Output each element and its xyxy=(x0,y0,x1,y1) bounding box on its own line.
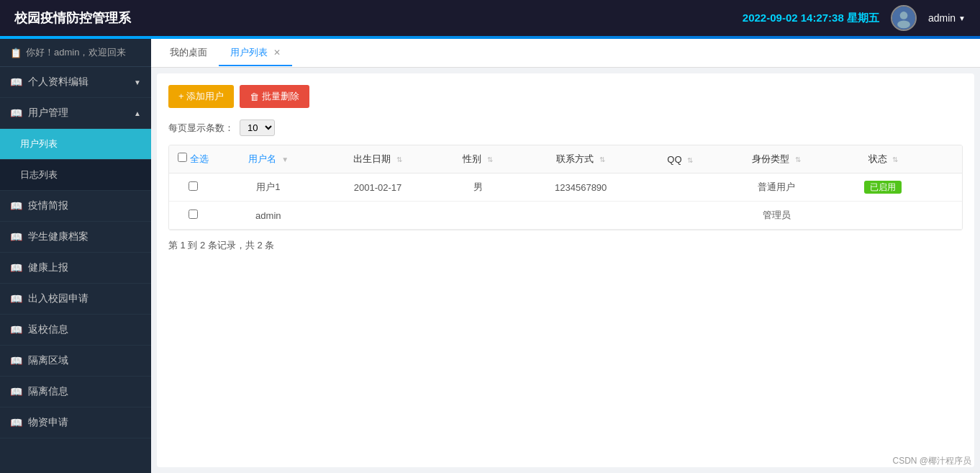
svg-point-2 xyxy=(897,21,910,29)
book-icon-exit-apply: 📖 xyxy=(10,293,22,305)
sort-icon-qq: ⇅ xyxy=(687,156,693,164)
chevron-down-icon-personal: ▼ xyxy=(134,78,141,86)
sidebar-item-user-list[interactable]: 用户列表 xyxy=(0,129,151,160)
table-header-gender[interactable]: 性别 ⇅ xyxy=(436,145,520,174)
cell-identity: 管理员 xyxy=(718,202,835,230)
table-header-action xyxy=(932,145,962,174)
book-icon-health-report: 📖 xyxy=(10,262,22,274)
book-icon-material-apply: 📖 xyxy=(10,417,22,428)
sort-icon-status: ⇅ xyxy=(892,156,898,163)
table-header-birthday[interactable]: 出生日期 ⇅ xyxy=(319,145,436,174)
sidebar-item-quarantine-info[interactable]: 📖 隔离信息 xyxy=(0,377,151,407)
cell-gender: 男 xyxy=(436,174,520,202)
header: 校园疫情防控管理系 2022-09-02 14:27:38 星期五 admin … xyxy=(0,0,980,36)
page-size-select[interactable]: 5 10 20 50 xyxy=(240,120,275,136)
cell-qq xyxy=(642,202,718,230)
sidebar-sub-user-mgmt: 用户列表 日志列表 xyxy=(0,129,151,191)
sort-icon-birthday: ⇅ xyxy=(396,156,402,163)
sidebar-item-user-mgmt[interactable]: 📖 用户管理 ▲ xyxy=(0,98,151,129)
cell-action xyxy=(932,174,962,202)
cell-identity: 普通用户 xyxy=(718,174,835,202)
tab-close-icon[interactable]: ✕ xyxy=(273,48,281,58)
row-checkbox-0[interactable] xyxy=(189,181,198,191)
table-header-username[interactable]: 用户名 ▼ xyxy=(217,145,319,174)
book-icon-epidemic: 📖 xyxy=(10,200,22,212)
tab-bar: 我的桌面 用户列表 ✕ xyxy=(151,39,980,68)
pagination-info: 第 1 到 2 条记录，共 2 条 xyxy=(168,239,963,252)
cell-username: 用户1 xyxy=(217,174,319,202)
cell-qq xyxy=(642,174,718,202)
avatar xyxy=(891,5,917,31)
cell-action xyxy=(932,202,962,230)
sidebar-item-personal[interactable]: 📖 个人资料编辑 ▼ xyxy=(0,67,151,98)
table-header-checkbox: 全选 xyxy=(169,145,217,174)
cell-gender xyxy=(436,202,520,230)
chevron-up-icon-user-mgmt: ▲ xyxy=(134,109,141,117)
user-table: 全选 用户名 ▼ 出生日期 ⇅ 性别 xyxy=(168,145,963,230)
batch-delete-button[interactable]: 🗑 批量删除 xyxy=(240,85,309,108)
sidebar-item-exit-apply[interactable]: 📖 出入校园申请 xyxy=(0,284,151,315)
cell-birthday xyxy=(319,202,436,230)
table-header-contact[interactable]: 联系方式 ⇅ xyxy=(520,145,642,174)
sidebar-item-material-apply[interactable]: 📖 物资申请 xyxy=(0,407,151,438)
select-all-label[interactable]: 全选 xyxy=(190,153,209,164)
sidebar-item-quarantine-zone[interactable]: 📖 隔离区域 xyxy=(0,346,151,377)
table-row: admin 管理员 xyxy=(169,202,962,230)
add-user-button[interactable]: + 添加用户 xyxy=(168,85,234,108)
row-checkbox-cell xyxy=(169,174,217,202)
book-icon-user-mgmt: 📖 xyxy=(10,107,22,119)
book-icon-return-info: 📖 xyxy=(10,324,22,335)
book-icon: 📋 xyxy=(10,48,22,58)
sidebar: 📋 你好！admin，欢迎回来 📖 个人资料编辑 ▼ 📖 用户管理 ▲ 用户列表… xyxy=(0,39,151,473)
page-content: + 添加用户 🗑 批量删除 每页显示条数： 5 10 20 50 xyxy=(157,73,974,467)
header-right: 2022-09-02 14:27:38 星期五 admin ▼ xyxy=(743,5,966,31)
username-label: admin xyxy=(928,12,956,24)
svg-point-1 xyxy=(900,12,908,19)
cell-birthday: 2001-02-17 xyxy=(319,174,436,202)
row-checkbox-1[interactable] xyxy=(189,210,198,219)
sort-icon-gender: ⇅ xyxy=(487,156,493,163)
sidebar-item-epidemic[interactable]: 📖 疫情简报 xyxy=(0,191,151,222)
toolbar: + 添加用户 🗑 批量删除 xyxy=(168,85,963,108)
status-badge: 已启用 xyxy=(864,181,902,194)
app-title: 校园疫情防控管理系 xyxy=(14,9,131,27)
main-area: 我的桌面 用户列表 ✕ + 添加用户 🗑 批量删除 每页显示条数： xyxy=(151,39,980,473)
select-all-checkbox[interactable] xyxy=(178,153,187,162)
book-icon-quarantine-info: 📖 xyxy=(10,386,22,397)
cell-username: admin xyxy=(217,202,319,230)
table-header-qq[interactable]: QQ ⇅ xyxy=(642,145,718,174)
user-menu[interactable]: admin ▼ xyxy=(928,12,966,24)
sidebar-item-log-list[interactable]: 日志列表 xyxy=(0,160,151,191)
cell-status: 已启用 xyxy=(835,174,931,202)
datetime-display: 2022-09-02 14:27:38 星期五 xyxy=(743,12,879,25)
sidebar-item-return-info[interactable]: 📖 返校信息 xyxy=(0,315,151,346)
book-icon-quarantine-zone: 📖 xyxy=(10,355,22,366)
sort-icon-contact: ⇅ xyxy=(599,156,605,163)
page-size-row: 每页显示条数： 5 10 20 50 xyxy=(168,120,963,136)
book-icon-health-file: 📖 xyxy=(10,231,22,243)
row-checkbox-cell xyxy=(169,202,217,230)
table-header-row: 全选 用户名 ▼ 出生日期 ⇅ 性别 xyxy=(169,145,962,174)
layout: 📋 你好！admin，欢迎回来 📖 个人资料编辑 ▼ 📖 用户管理 ▲ 用户列表… xyxy=(0,39,980,473)
tab-desktop[interactable]: 我的桌面 xyxy=(158,40,219,66)
cell-contact xyxy=(520,202,642,230)
table-row: 用户1 2001-02-17 男 1234567890 普通用户 已启用 xyxy=(169,174,962,202)
sort-icon-username: ▼ xyxy=(281,156,289,163)
sidebar-item-health-file[interactable]: 📖 学生健康档案 xyxy=(0,222,151,253)
sort-icon-identity: ⇅ xyxy=(795,156,801,163)
dropdown-arrow-icon: ▼ xyxy=(958,14,966,22)
sidebar-greeting: 📋 你好！admin，欢迎回来 xyxy=(0,39,151,67)
cell-contact: 1234567890 xyxy=(520,174,642,202)
table-header-status[interactable]: 状态 ⇅ xyxy=(835,145,931,174)
page-size-label: 每页显示条数： xyxy=(168,122,234,135)
tab-user-list[interactable]: 用户列表 ✕ xyxy=(219,40,292,66)
trash-icon: 🗑 xyxy=(250,91,259,102)
table-header-identity[interactable]: 身份类型 ⇅ xyxy=(718,145,835,174)
sidebar-item-health-report[interactable]: 📖 健康上报 xyxy=(0,253,151,284)
book-icon-personal: 📖 xyxy=(10,76,22,88)
watermark: CSDN @椰汁程序员 xyxy=(892,455,971,467)
cell-status xyxy=(835,202,931,230)
